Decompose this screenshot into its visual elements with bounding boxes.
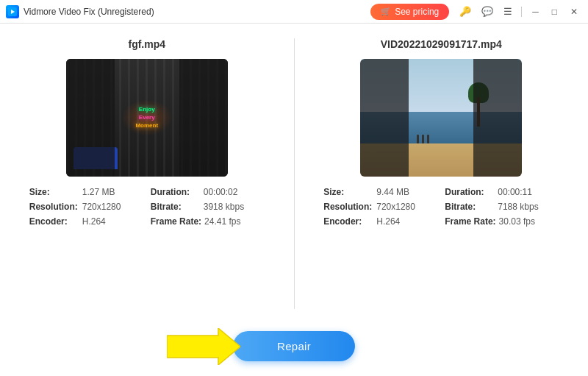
right-encoder-label: Encoder:	[323, 216, 373, 227]
left-duration-col: Duration: 00:00:02	[151, 187, 265, 197]
see-pricing-button[interactable]: 🛒 See pricing	[370, 4, 449, 20]
left-size-col: Size: 1.27 MB	[29, 187, 143, 197]
left-duration-label: Duration:	[151, 187, 201, 197]
app-title: Vidmore Video Fix (Unregistered)	[24, 7, 154, 17]
app-logo: Vidmore Video Fix (Unregistered)	[6, 5, 154, 18]
meta-row-2: Resolution: 720x1280 Bitrate: 3918 kbps	[29, 202, 265, 212]
left-bitrate-value: 3918 kbps	[204, 202, 244, 212]
meta-row-3: Encoder: H.264 Frame Rate: 24.41 fps	[29, 216, 265, 227]
right-bitrate-label: Bitrate:	[445, 202, 495, 212]
right-size-label: Size:	[323, 187, 373, 197]
left-resolution-label: Resolution:	[29, 202, 79, 212]
left-size-value: 1.27 MB	[82, 187, 115, 197]
left-bitrate-label: Bitrate:	[151, 202, 201, 212]
left-encoder-label: Encoder:	[29, 216, 79, 227]
pricing-label: See pricing	[395, 7, 439, 17]
menu-button[interactable]: ☰	[501, 5, 515, 18]
left-encoder-col: Encoder: H.264	[29, 216, 143, 227]
right-dark-overlay	[179, 59, 228, 177]
right-framerate-col: Frame Rate: 30.03 fps	[445, 216, 559, 227]
right-thumbnail	[360, 59, 522, 177]
right-panel-right-overlay	[473, 59, 522, 177]
right-size-value: 9.44 MB	[376, 187, 409, 197]
right-framerate-label: Frame Rate:	[445, 216, 495, 227]
close-button[interactable]: ✕	[566, 6, 582, 18]
left-duration-value: 00:00:02	[204, 187, 238, 197]
main-content: fgf.mp4 Enjoy Every Moment	[0, 24, 588, 376]
left-bitrate-col: Bitrate: 3918 kbps	[151, 202, 265, 212]
left-framerate-value: 24.41 fps	[204, 216, 240, 227]
repair-button[interactable]: Repair	[233, 331, 355, 361]
repair-section: Repair	[0, 324, 588, 376]
figure-3	[427, 135, 429, 143]
right-duration-label: Duration:	[445, 187, 495, 197]
left-thumbnail: Enjoy Every Moment	[66, 59, 228, 177]
svg-marker-2	[167, 328, 240, 365]
arrow-container: Repair	[233, 331, 355, 361]
right-meta-row-3: Encoder: H.264 Frame Rate: 30.03 fps	[323, 216, 559, 227]
right-panel-left-overlay	[360, 59, 409, 177]
title-divider	[521, 7, 522, 17]
right-video-meta: Size: 9.44 MB Duration: 00:00:11 Resolut…	[323, 187, 559, 231]
videos-section: fgf.mp4 Enjoy Every Moment	[0, 24, 588, 324]
yellow-arrow-icon	[167, 328, 240, 365]
left-framerate-label: Frame Rate:	[151, 216, 201, 227]
figure-1	[417, 135, 419, 143]
figure-2	[422, 135, 424, 143]
right-framerate-value: 30.03 fps	[499, 216, 535, 227]
meta-row-1: Size: 1.27 MB Duration: 00:00:02	[29, 187, 265, 197]
left-resolution-value: 720x1280	[82, 202, 121, 212]
right-size-col: Size: 9.44 MB	[323, 187, 437, 197]
right-meta-row-2: Resolution: 720x1280 Bitrate: 7188 kbps	[323, 202, 559, 212]
cart-icon: 🛒	[381, 7, 391, 16]
left-encoder-value: H.264	[82, 216, 106, 227]
right-resolution-label: Resolution:	[323, 202, 373, 212]
left-video-meta: Size: 1.27 MB Duration: 00:00:02 Resolut…	[29, 187, 265, 231]
right-encoder-value: H.264	[376, 216, 400, 227]
key-button[interactable]: 🔑	[456, 5, 474, 18]
title-bar-controls: 🔑 💬 ☰ ─ □ ✕	[456, 5, 582, 18]
minimize-button[interactable]: ─	[528, 6, 543, 18]
maximize-button[interactable]: □	[548, 6, 562, 18]
right-resolution-col: Resolution: 720x1280	[323, 202, 437, 212]
chat-button[interactable]: 💬	[478, 5, 496, 18]
left-dark-overlay	[66, 59, 115, 177]
logo-icon	[6, 5, 19, 18]
right-meta-row-1: Size: 9.44 MB Duration: 00:00:11	[323, 187, 559, 197]
left-filename: fgf.mp4	[128, 38, 165, 50]
right-duration-col: Duration: 00:00:11	[445, 187, 559, 197]
left-size-label: Size:	[29, 187, 79, 197]
right-duration-value: 00:00:11	[498, 187, 532, 197]
right-resolution-value: 720x1280	[376, 202, 415, 212]
right-encoder-col: Encoder: H.264	[323, 216, 437, 227]
title-bar: Vidmore Video Fix (Unregistered) 🛒 See p…	[0, 0, 588, 24]
left-video-panel: fgf.mp4 Enjoy Every Moment	[0, 24, 294, 324]
neon-text: Enjoy Every Moment	[135, 105, 158, 130]
right-video-panel: VID20221029091717.mp4	[295, 24, 589, 324]
right-filename: VID20221029091717.mp4	[381, 38, 502, 50]
right-bitrate-col: Bitrate: 7188 kbps	[445, 202, 559, 212]
left-resolution-col: Resolution: 720x1280	[29, 202, 143, 212]
beach-figures	[417, 135, 429, 143]
left-framerate-col: Frame Rate: 24.41 fps	[151, 216, 265, 227]
right-bitrate-value: 7188 kbps	[498, 202, 538, 212]
